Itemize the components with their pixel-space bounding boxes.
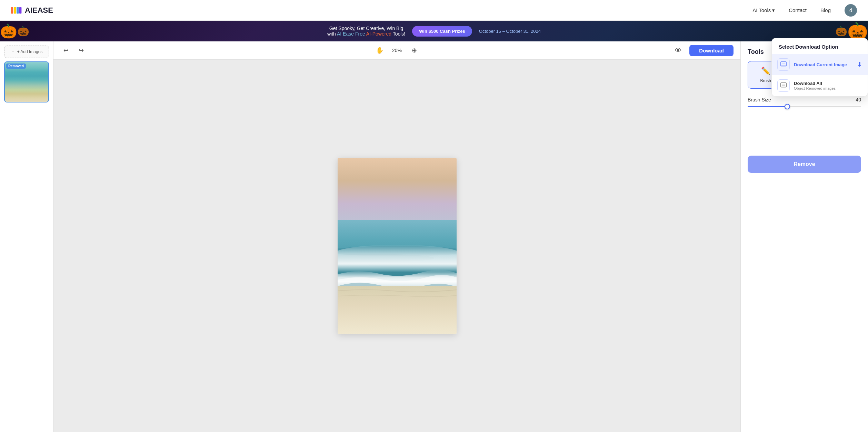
logo-icon (11, 7, 22, 14)
svg-rect-9 (338, 286, 457, 334)
main-nav: AI Tools ▾ Contact Blog d (752, 4, 857, 17)
download-all-subtitle: Object-Removed images (794, 86, 862, 90)
svg-rect-11 (781, 65, 786, 66)
nav-blog[interactable]: Blog (820, 7, 831, 13)
thumbnail-item[interactable]: Removed (4, 61, 49, 102)
banner-prize-button[interactable]: Win $500 Cash Prizes (412, 26, 472, 37)
remove-button[interactable]: Remove (748, 156, 861, 173)
download-dropdown: Select Download Option Download Current … (771, 38, 868, 97)
brush-size-header: Brush Size 40 (748, 97, 861, 102)
wave-decoration (338, 245, 457, 272)
brush-slider-track[interactable] (748, 106, 861, 107)
add-images-button[interactable]: ＋ + Add Images (4, 46, 49, 58)
brush-size-label: Brush Size (748, 97, 771, 102)
svg-rect-3 (19, 7, 21, 13)
redo-button[interactable]: ↪ (76, 45, 87, 56)
brush-slider-fill (748, 106, 787, 107)
canvas-area: ↩ ↪ ✋ 20% ⊕ 👁 Download (53, 41, 740, 432)
download-current-action[interactable]: ⬇ (857, 61, 862, 68)
banner-ai-ease-highlight: AI Ease Free (337, 31, 365, 37)
pumpkin-left-decoration: 🎃 🎃 (0, 21, 69, 41)
zoom-level: 20% (392, 48, 402, 53)
zoom-reset-button[interactable]: ⊕ (409, 45, 420, 56)
nav-contact[interactable]: Contact (789, 7, 807, 13)
dropdown-header: Select Download Option (772, 38, 868, 54)
tools-panel-inner: Tools ✏️ Brush 🔲 ⬜ Brush Size 4 (748, 48, 861, 173)
brush-icon: ✏️ (761, 67, 770, 76)
brush-size-value: 40 (856, 97, 861, 102)
brush-tool-label: Brush (760, 78, 771, 83)
download-all-item[interactable]: Download All Object-Removed images (772, 75, 868, 96)
svg-rect-1 (14, 7, 16, 13)
hand-tool-button[interactable]: ✋ (374, 45, 385, 56)
image-sidebar: ＋ + Add Images Removed (0, 41, 53, 432)
canvas-toolbar: ↩ ↪ ✋ 20% ⊕ 👁 Download (53, 41, 740, 60)
removed-badge: Removed (6, 63, 26, 69)
svg-rect-2 (17, 7, 19, 13)
download-current-content: Download Current Image (794, 62, 853, 67)
download-all-title: Download All (794, 81, 862, 86)
banner-date: October 15 – October 31, 2024 (479, 29, 541, 34)
download-button[interactable]: Download (689, 45, 734, 56)
plus-icon: ＋ (11, 49, 15, 55)
header: AIEASE AI Tools ▾ Contact Blog d (0, 0, 868, 21)
user-avatar[interactable]: d (845, 4, 857, 17)
beach-image (338, 158, 457, 334)
download-all-content: Download All Object-Removed images (794, 81, 862, 90)
main-layout: ＋ + Add Images Removed ↩ ↪ ✋ 20% ⊕ 👁 Dow… (0, 41, 868, 432)
download-current-item[interactable]: Download Current Image ⬇ (772, 54, 868, 75)
brush-size-section: Brush Size 40 (748, 97, 861, 107)
image-preview (338, 158, 457, 334)
undo-button[interactable]: ↩ (60, 45, 71, 56)
tools-panel: Tools ✏️ Brush 🔲 ⬜ Brush Size 4 (740, 41, 868, 432)
toolbar-right: 👁 Download (673, 45, 734, 56)
promo-banner: 🎃 🎃 Get Spooky, Get Creative, Win Big wi… (0, 21, 868, 41)
chevron-down-icon: ▾ (772, 7, 775, 13)
brush-slider-thumb[interactable] (785, 104, 790, 109)
download-all-icon (777, 79, 790, 92)
preview-button[interactable]: 👁 (673, 45, 684, 56)
toolbar-left: ↩ ↪ (60, 45, 87, 56)
download-current-icon (777, 58, 790, 71)
banner-powered-highlight: AI-Powered (366, 31, 391, 37)
download-current-title: Download Current Image (794, 62, 853, 67)
svg-rect-0 (11, 7, 13, 13)
nav-ai-tools[interactable]: AI Tools ▾ (752, 7, 775, 13)
canvas-content (53, 60, 740, 432)
banner-text: Get Spooky, Get Creative, Win Big with A… (327, 26, 405, 37)
logo[interactable]: AIEASE (11, 6, 53, 15)
